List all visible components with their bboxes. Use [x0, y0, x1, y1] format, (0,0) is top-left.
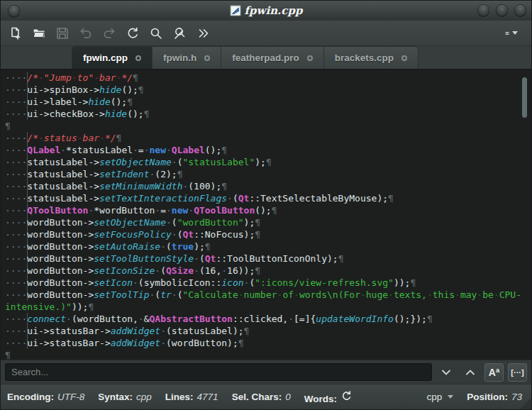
tab-fpwin-h[interactable]: fpwin.h — [153, 47, 221, 69]
code-line: ····QLabel·*statusLabel·=·new·QLabel();¶ — [5, 144, 531, 156]
titlebar: fpwin.cpp — [1, 1, 531, 21]
find-button[interactable] — [147, 24, 165, 43]
tab-fpwin-cpp[interactable]: fpwin.cpp — [72, 47, 153, 69]
refresh-icon — [340, 390, 353, 402]
code-line: ····/*·status·bar·*/¶ — [5, 132, 531, 144]
find-replace-icon — [172, 26, 187, 40]
code-line: ····statusLabel->setObjectName·("statusL… — [5, 156, 531, 168]
minimize-button[interactable] — [477, 4, 489, 16]
tab-featherpad-pro[interactable]: featherpad.pro — [221, 47, 324, 69]
tab-label: fpwin.cpp — [83, 52, 128, 63]
undo-icon — [79, 26, 93, 40]
code-line: ····QToolButton·*wordButton·=·new·QToolB… — [5, 204, 531, 216]
code-line: ····wordButton->setAutoRaise·(true);¶ — [5, 240, 531, 253]
lines-label: Lines: — [165, 392, 194, 402]
code-line: ····statusLabel->setTextInteractionFlags… — [5, 192, 531, 204]
vertical-scrollbar[interactable] — [522, 77, 527, 118]
position-label: Position: — [467, 392, 508, 402]
open-folder-icon — [32, 26, 46, 40]
whole-words-icon: [···] — [511, 368, 523, 377]
code-line: intensive.)"));¶ — [5, 301, 531, 313]
case-sensitive-icon: Aª — [489, 367, 499, 378]
syntax-value: cpp — [136, 392, 152, 402]
encoding-label: Encoding: — [7, 392, 54, 402]
code-line: ····connect·(wordButton,·&QAbstractButto… — [5, 313, 531, 325]
code-line: ····ui->checkBox->hide();¶ — [5, 108, 531, 120]
featherpad-app-icon — [230, 5, 241, 16]
search-input[interactable] — [5, 363, 432, 381]
syntax-label: Syntax: — [98, 392, 133, 402]
next-match-button[interactable] — [436, 363, 456, 382]
tab-label: featherpad.pro — [232, 52, 299, 63]
combo-caret-icon — [448, 395, 453, 399]
word-count-refresh-button[interactable] — [340, 390, 353, 402]
code-lines: ····/*·"Jump·to"·bar·*/¶····ui->spinBox-… — [5, 72, 531, 360]
code-line: ····ui->spinBox->hide();¶ — [5, 84, 531, 96]
chevron-down-icon — [439, 365, 453, 379]
search-bar: Aª [···] — [1, 360, 531, 384]
save-icon — [55, 26, 70, 40]
code-line: ····/*·"Jump·to"·bar·*/¶ — [5, 72, 531, 84]
code-line: ····wordButton->setToolButtonStyle·(Qt::… — [5, 253, 531, 265]
sel-chars-label: Sel. Chars: — [232, 392, 282, 402]
code-area[interactable]: ····/*·"Jump·to"·bar·*/¶····ui->spinBox-… — [1, 70, 531, 360]
find-replace-button[interactable] — [170, 24, 189, 43]
redo-icon — [102, 26, 116, 40]
words-label: Words: — [304, 394, 337, 404]
tab-close-icon[interactable] — [307, 55, 313, 61]
lines-value: 4771 — [197, 392, 218, 402]
code-line: ····statusLabel->setIndent·(2);¶ — [5, 168, 531, 180]
search-icon — [149, 26, 163, 40]
case-sensitive-button[interactable]: Aª — [484, 363, 504, 382]
window-title: fpwin.cpp — [245, 4, 303, 17]
sel-chars-value: 0 — [285, 392, 291, 402]
reload-button[interactable] — [123, 24, 142, 43]
tab-brackets-cpp[interactable]: brackets.cpp — [324, 47, 418, 69]
code-line: ····wordButton->setIconSize·(QSize·(16,·… — [5, 265, 531, 277]
code-line: ····ui->label->hide();¶ — [5, 96, 531, 108]
tabbar: fpwin.cpp fpwin.h featherpad.pro bracket… — [1, 46, 531, 70]
syntax-selector[interactable]: cpp — [426, 392, 453, 402]
maximize-button[interactable] — [496, 4, 508, 16]
encoding-value: UTF-8 — [57, 392, 84, 402]
featherpad-window: fpwin.cpp — [0, 0, 532, 410]
more-tools-button[interactable] — [194, 24, 212, 43]
new-file-button[interactable] — [6, 24, 25, 43]
undo-button[interactable] — [77, 24, 95, 43]
chevron-up-icon — [463, 365, 477, 379]
code-line: ····wordButton->setIcon·(symbolicIcon::i… — [5, 277, 531, 289]
code-line: ····ui->statusBar->addWidget·(statusLabe… — [5, 325, 531, 337]
code-line: ····wordButton->setFocusPolicy·(Qt::NoFo… — [5, 228, 531, 240]
tab-label: fpwin.h — [163, 52, 196, 63]
save-button[interactable] — [53, 24, 72, 43]
new-file-icon — [9, 26, 23, 40]
tab-label: brackets.cpp — [335, 52, 394, 63]
menu-caret-icon — [512, 31, 518, 35]
whole-words-button[interactable]: [···] — [508, 363, 527, 382]
open-file-button[interactable] — [30, 24, 48, 43]
toolbar — [1, 21, 531, 46]
code-line: ····wordButton->setToolTip·(tr·("Calcula… — [5, 289, 531, 301]
hamburger-menu-icon — [505, 27, 509, 40]
code-line: ····statusLabel->setMinimumWidth·(100);¶ — [5, 180, 531, 192]
code-line: ¶ — [5, 349, 531, 360]
code-line: ¶ — [5, 120, 531, 132]
double-chevron-icon — [196, 26, 210, 40]
previous-match-button[interactable] — [460, 363, 480, 382]
window-menu-button[interactable] — [8, 5, 20, 17]
code-line: ····wordButton->setObjectName·("wordButt… — [5, 216, 531, 228]
tab-close-icon[interactable] — [135, 55, 141, 61]
code-line: ····ui->statusBar->addWidget·(wordButton… — [5, 337, 531, 349]
reload-icon — [126, 26, 140, 40]
close-button[interactable] — [514, 4, 526, 16]
redo-button[interactable] — [100, 24, 118, 43]
tab-close-icon[interactable] — [204, 55, 210, 61]
main-menu-button[interactable] — [502, 24, 521, 43]
syntax-selector-value: cpp — [426, 392, 442, 402]
tab-close-icon[interactable] — [401, 55, 407, 61]
statusbar: Encoding: UTF-8 Syntax: cpp Lines: 4771 … — [1, 384, 531, 409]
resize-grip[interactable] — [520, 398, 531, 409]
